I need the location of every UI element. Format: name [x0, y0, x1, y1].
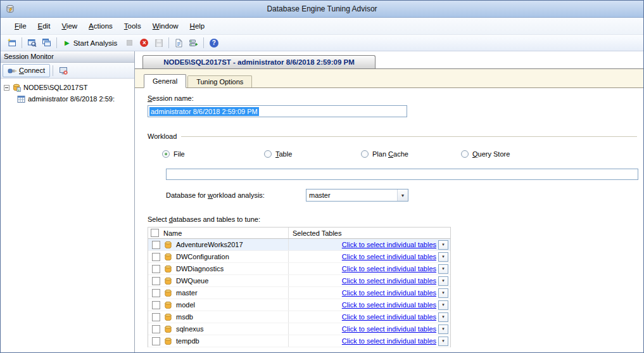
session-monitor-header: Session Monitor: [1, 51, 134, 63]
menu-actions[interactable]: Actions: [83, 19, 118, 33]
db-analysis-combobox[interactable]: master ▼: [306, 189, 408, 202]
main-toolbar: ▶ Start Analysis ×: [1, 35, 643, 51]
db-checkbox[interactable]: [152, 253, 160, 261]
combo-arrow-icon[interactable]: ▼: [397, 189, 408, 201]
new-session-button[interactable]: [4, 36, 19, 50]
tables-dropdown-button[interactable]: ▼: [438, 312, 448, 322]
menu-tools[interactable]: Tools: [118, 19, 147, 33]
radio-query-store-label: Query Store: [472, 150, 510, 158]
play-icon: ▶: [65, 40, 70, 46]
table-row: AdventureWorks2017 Click to select indiv…: [148, 239, 450, 251]
help-icon: ?: [210, 39, 218, 48]
db-checkbox[interactable]: [152, 313, 160, 321]
import-workload-button[interactable]: [172, 36, 186, 50]
tune-section-label: Select databases and tables to tune:: [148, 215, 638, 223]
database-table: Name Selected Tables AdventureWorks2017 …: [148, 227, 451, 347]
select-tables-link[interactable]: Click to select individual tables: [342, 289, 436, 297]
select-tables-link[interactable]: Click to select individual tables: [342, 337, 436, 345]
session-name-input[interactable]: administrator 8/6/2018 2:59:09 PM: [148, 105, 407, 117]
import-workload-icon: [175, 39, 183, 48]
db-name: DWDiagnostics: [176, 265, 224, 273]
tab-tuning-options[interactable]: Tuning Options: [187, 75, 252, 87]
toolbar-separator: [56, 37, 57, 48]
session-icon: [17, 95, 25, 103]
db-name: DWQueue: [176, 277, 208, 285]
stop-icon: [127, 40, 132, 46]
db-name: master: [176, 289, 198, 297]
server-icon: [12, 83, 21, 92]
workload-file-input[interactable]: [166, 169, 638, 180]
toolbar-separator: [22, 37, 22, 48]
radio-query-store[interactable]: Query Store: [461, 150, 510, 158]
table-row: DWConfiguration Click to select individu…: [148, 251, 450, 263]
workload-radio-row: File Table Plan Cache Query Store: [148, 150, 638, 160]
menu-help[interactable]: Help: [184, 19, 211, 33]
db-checkbox[interactable]: [152, 325, 160, 333]
help-button[interactable]: ?: [206, 36, 221, 50]
window-body: Session Monitor Connect: [1, 51, 643, 352]
page-tab-strip: General Tuning Options: [135, 69, 643, 88]
tree-node-server[interactable]: NODE5\SQL2017ST: [1, 82, 134, 93]
connect-button[interactable]: Connect: [3, 64, 50, 77]
radio-file-label: File: [174, 150, 185, 158]
radio-table[interactable]: Table: [264, 150, 292, 158]
tables-dropdown-button[interactable]: ▼: [438, 240, 448, 250]
select-tables-link[interactable]: Click to select individual tables: [342, 253, 436, 260]
open-session-button[interactable]: [25, 36, 39, 50]
select-tables-link[interactable]: Click to select individual tables: [342, 265, 436, 273]
session-name-value: administrator 8/6/2018 2:59:09 PM: [149, 107, 259, 116]
db-checkbox[interactable]: [152, 289, 160, 297]
tables-dropdown-button[interactable]: ▼: [438, 337, 448, 346]
db-checkbox[interactable]: [152, 277, 160, 285]
tables-dropdown-button[interactable]: ▼: [438, 300, 448, 310]
tables-dropdown-button[interactable]: ▼: [438, 324, 448, 334]
db-analysis-value: master: [306, 189, 397, 201]
select-tables-link[interactable]: Click to select individual tables: [342, 313, 436, 321]
tables-dropdown-button[interactable]: ▼: [438, 288, 448, 298]
database-icon: [164, 277, 172, 285]
select-tables-link[interactable]: Click to select individual tables: [342, 241, 436, 248]
toolbar-separator: [203, 37, 204, 48]
apply-recommendations-button[interactable]: [186, 36, 201, 50]
table-row: msdb Click to select individual tables ▼: [148, 311, 450, 323]
menu-edit[interactable]: Edit: [32, 19, 56, 33]
menu-view[interactable]: View: [56, 19, 83, 33]
session-document-tab[interactable]: NODE5\SQL2017ST - administrator 8/6/2018…: [142, 55, 376, 68]
collapse-icon[interactable]: [4, 85, 9, 91]
tab-general[interactable]: General: [144, 74, 186, 88]
tables-dropdown-button[interactable]: ▼: [438, 276, 448, 286]
database-icon: [164, 265, 172, 273]
tables-dropdown-button[interactable]: ▼: [438, 252, 448, 262]
select-tables-link[interactable]: Click to select individual tables: [342, 325, 436, 333]
connect-label: Connect: [19, 67, 45, 74]
db-checkbox[interactable]: [152, 241, 160, 249]
select-all-checkbox[interactable]: [151, 229, 159, 237]
tables-dropdown-button[interactable]: ▼: [438, 264, 448, 274]
delete-session-button[interactable]: ×: [137, 36, 151, 50]
db-checkbox[interactable]: [152, 265, 160, 273]
save-icon: [155, 39, 163, 48]
db-name: model: [176, 301, 195, 309]
db-checkbox[interactable]: [152, 337, 160, 345]
view-facts-icon: [42, 38, 51, 48]
radio-file[interactable]: File: [162, 150, 185, 158]
menu-window[interactable]: Window: [147, 19, 184, 33]
select-tables-link[interactable]: Click to select individual tables: [342, 301, 436, 309]
db-name: DWConfiguration: [176, 253, 229, 260]
select-tables-link[interactable]: Click to select individual tables: [342, 277, 436, 285]
database-icon: [164, 337, 172, 345]
view-facts-button[interactable]: [39, 36, 54, 50]
table-row: DWQueue Click to select individual table…: [148, 275, 450, 287]
session-tree: NODE5\SQL2017ST administrator 8/6/2018 2…: [1, 79, 134, 352]
database-icon: [164, 289, 172, 297]
db-checkbox[interactable]: [152, 301, 160, 309]
stop-monitoring-button[interactable]: [56, 64, 71, 77]
tree-node-session[interactable]: administrator 8/6/2018 2:59:: [1, 93, 134, 105]
toolbar-separator: [168, 37, 169, 48]
menu-file[interactable]: File: [9, 19, 32, 33]
radio-plan-cache[interactable]: Plan Cache: [361, 150, 408, 158]
start-analysis-button[interactable]: ▶ Start Analysis: [60, 36, 122, 50]
table-row: tempdb Click to select individual tables…: [148, 335, 450, 347]
db-analysis-label: Database for workload analysis:: [166, 191, 265, 199]
start-analysis-label: Start Analysis: [73, 39, 118, 47]
